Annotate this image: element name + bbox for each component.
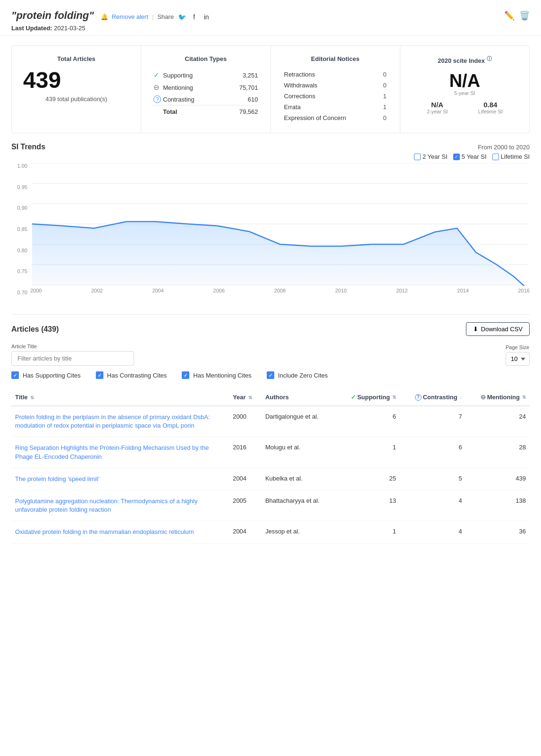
article-link-1[interactable]: Protein folding in the periplasm in the … [15,413,210,429]
x-axis: 2000 2002 2004 2006 2008 2010 2012 2014 … [30,286,530,293]
filter-row: Article Title Page Size 10 25 50 [11,344,530,366]
total-articles-title: Total Articles [23,55,129,62]
th-contrasting[interactable]: ? Contrasting ↓ [400,388,466,406]
editorial-notices-title: Editorial Notices [282,55,389,62]
article-link-4[interactable]: Polyglutamine aggregation nucleation: Th… [15,498,197,513]
articles-table: Title ⇅ Year ⇅ Authors ✓ Supporting ⇅ [11,388,530,544]
linkedin-icon[interactable]: in [202,13,211,21]
table-row: Polyglutamine aggregation nucleation: Th… [11,490,530,521]
citation-total-row: Total 79,562 [152,105,259,118]
trend-chart-svg [30,163,530,286]
si-index-title: 2020 scite Index ⓘ [412,55,518,64]
table-header-row: Title ⇅ Year ⇅ Authors ✓ Supporting ⇅ [11,388,530,406]
article-link-2[interactable]: Ring Separation Highlights the Protein-F… [15,444,209,460]
table-row: Protein folding in the periplasm in the … [11,406,530,437]
article-link-3[interactable]: The protein folding 'speed limit' [15,475,99,482]
download-icon: ⬇ [473,326,478,333]
share-label: Share [157,13,174,20]
si-five-year-value: N/A [412,71,518,91]
total-articles-sub: 439 total publication(s) [23,95,129,103]
trends-section: SI Trends From 2000 to 2020 2 Year SI 5 … [11,143,530,305]
checkbox-contrasting[interactable]: Has Contrasting Cites [96,371,167,379]
last-updated: Last Updated: 2021-03-25 [11,25,530,32]
legend-lifetime-checkbox[interactable] [492,154,499,160]
articles-title: Articles (439) [11,325,59,334]
editorial-corrections-row: Corrections1 [282,91,389,102]
citation-supporting-label: Supporting [162,69,222,81]
mentioning-icon: ⊖ [153,83,160,91]
citation-contrasting-value: 610 [222,94,259,105]
trends-range: From 2000 to 2020 [478,144,530,151]
contrasting-checkbox[interactable] [96,371,103,379]
citation-supporting-value: 3,251 [222,69,259,81]
trends-header: SI Trends From 2000 to 2020 [11,143,530,151]
citation-contrasting-row: ? Contrasting 610 [152,94,259,105]
edit-icon[interactable]: ✏️ [504,10,515,21]
citation-supporting-row: ✓ Supporting 3,251 [152,69,259,81]
editorial-notices-box: Editorial Notices Retractions0 Withdrawa… [271,46,400,133]
checkbox-row: Has Supporting Cites Has Contrasting Cit… [11,371,530,379]
table-row: Oxidative protein folding in the mammali… [11,521,530,543]
page-title: "protein folding" [11,9,94,21]
page-size-select[interactable]: 10 25 50 [506,352,530,366]
citation-mentioning-label: Mentioning [162,81,222,94]
title-sort-icon: ⇅ [30,395,34,400]
mentioning-checkbox[interactable] [182,371,189,379]
chart-area: 2000 2002 2004 2006 2008 2010 2012 2014 … [30,163,530,305]
citation-mentioning-row: ⊖ Mentioning 75,701 [152,81,259,94]
si-two-year: N/A 2-year SI [427,101,448,114]
th-mentioning[interactable]: ⊖ Mentioning ⇅ [466,388,530,406]
filter-label: Article Title [11,344,134,349]
th-authors: Authors [262,388,336,406]
search-input[interactable] [11,351,134,366]
total-articles-number: 439 [23,69,129,92]
contrasting-icon: ? [153,95,161,103]
editorial-eoc-row: Expression of Concern0 [282,112,389,123]
th-mentioning-icon: ⊖ [481,394,486,401]
svg-marker-7 [32,222,528,286]
citation-contrasting-label: Contrasting [162,94,222,105]
si-sub-row: N/A 2-year SI 0.84 Lifetime SI [412,101,518,114]
checkbox-mentioning[interactable]: Has Mentioning Cites [182,371,252,379]
citation-mentioning-value: 75,701 [222,81,259,94]
zero-checkbox[interactable] [267,371,274,379]
th-supporting-icon: ✓ [351,394,356,401]
legend-5year-checkbox[interactable] [453,154,460,160]
si-info-icon[interactable]: ⓘ [487,56,492,61]
delete-icon[interactable]: 🗑️ [519,10,530,21]
editorial-errata-row: Errata1 [282,102,389,112]
articles-section: Articles (439) ⬇ Download CSV Article Ti… [11,314,530,544]
chart-wrapper: 1.00 0.95 0.90 0.85 0.80 0.75 0.70 [11,163,530,305]
stats-row: Total Articles 439 439 total publication… [11,45,530,133]
legend-5year[interactable]: 5 Year SI [453,153,487,160]
supporting-checkbox[interactable] [11,371,19,379]
table-row: Ring Separation Highlights the Protein-F… [11,437,530,468]
th-supporting[interactable]: ✓ Supporting ⇅ [336,388,400,406]
checkbox-supporting[interactable]: Has Supporting Cites [11,371,81,379]
article-link-5[interactable]: Oxidative protein folding in the mammali… [15,528,194,535]
legend-2year-checkbox[interactable] [414,154,421,160]
trends-legend: 2 Year SI 5 Year SI Lifetime SI [11,153,530,160]
supporting-icon: ✓ [153,71,160,79]
th-title[interactable]: Title ⇅ [11,388,229,406]
legend-2year[interactable]: 2 Year SI [414,153,448,160]
legend-lifetime[interactable]: Lifetime SI [492,153,530,160]
download-csv-button[interactable]: ⬇ Download CSV [466,322,530,336]
remove-alert-link[interactable]: Remove alert [112,13,148,20]
facebook-icon[interactable]: f [190,13,198,21]
editorial-retractions-row: Retractions0 [282,69,389,80]
twitter-icon[interactable]: 🐦 [178,13,186,21]
checkbox-zero[interactable]: Include Zero Cites [267,371,328,379]
th-year[interactable]: Year ⇅ [229,388,262,406]
si-five-year-label: 5-year SI [412,90,518,96]
trends-title: SI Trends [11,143,45,151]
y-axis: 1.00 0.95 0.90 0.85 0.80 0.75 0.70 [11,163,30,305]
th-contrasting-icon: ? [415,394,422,401]
header-actions: 🔔 Remove alert | Share 🐦 f in [101,13,211,21]
page-size-group: Page Size 10 25 50 [506,344,530,366]
articles-header: Articles (439) ⬇ Download CSV [11,314,530,336]
citation-total-label: Total [162,105,222,118]
citation-types-title: Citation Types [152,55,259,62]
page-size-label: Page Size [506,344,529,350]
year-sort-icon: ⇅ [248,395,252,400]
